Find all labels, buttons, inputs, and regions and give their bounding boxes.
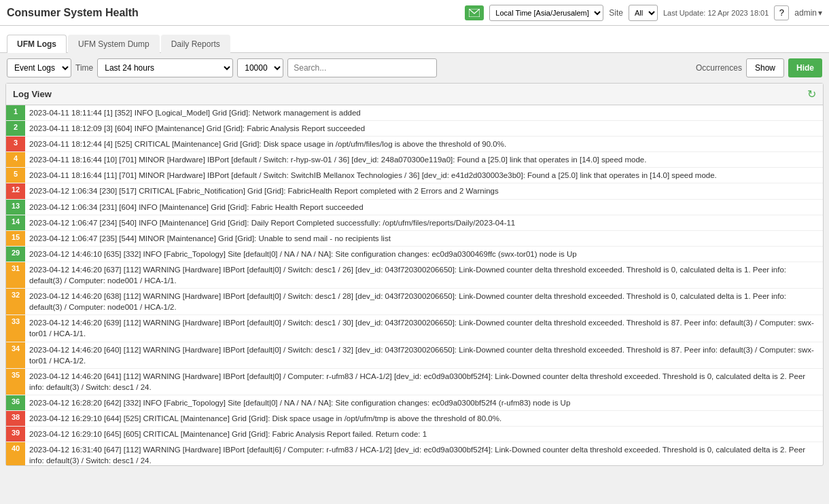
admin-menu[interactable]: admin ▾ (794, 8, 822, 18)
count-selector[interactable]: 10000 (237, 58, 283, 77)
log-row-message: 2023-04-11 18:11:44 [1] [352] INFO [Logi… (25, 105, 823, 121)
table-row: 5 2023-04-11 18:16:44 [11] [701] MINOR [… (6, 168, 823, 183)
log-row-message: 2023-04-11 18:12:44 [4] [525] CRITICAL [… (25, 137, 823, 152)
event-type-selector[interactable]: Event Logs (7, 58, 71, 77)
table-row: 14 2023-04-12 1:06:47 [234] [540] INFO [… (6, 215, 823, 230)
table-row: 35 2023-04-12 14:46:20 [641] [112] WARNI… (6, 368, 823, 395)
log-row-number: 13 (6, 199, 25, 215)
log-row-message: 2023-04-11 18:16:44 [11] [701] MINOR [Ha… (25, 168, 823, 183)
log-row-number: 3 (6, 137, 25, 152)
log-row-message: 2023-04-12 14:46:20 [638] [112] WARNING … (25, 289, 823, 315)
app-title: Consumer System Health (7, 7, 139, 19)
time-zone-selector[interactable]: Local Time [Asia/Jerusalem] (489, 5, 603, 21)
log-row-number: 12 (6, 183, 25, 199)
log-row-message: 2023-04-11 18:16:44 [10] [701] MINOR [Ha… (25, 152, 823, 168)
log-row-message: 2023-04-12 16:29:10 [644] [525] CRITICAL… (25, 410, 823, 426)
site-label: Site (609, 8, 623, 18)
log-row-number: 2 (6, 121, 25, 137)
log-table: 1 2023-04-11 18:11:44 [1] [352] INFO [Lo… (6, 105, 823, 465)
log-row-message: 2023-04-12 14:46:20 [640] [112] WARNING … (25, 342, 823, 368)
log-row-number: 1 (6, 105, 25, 121)
toolbar: Event Logs Time Last 24 hours 10000 Occu… (0, 53, 829, 83)
last-update: Last Update: 12 Apr 2023 18:01 (663, 9, 769, 17)
table-row: 40 2023-04-12 16:31:40 [647] [112] WARNI… (6, 442, 823, 465)
log-row-message: 2023-04-12 1:06:34 [231] [604] INFO [Mai… (25, 199, 823, 215)
table-row: 39 2023-04-12 16:29:10 [645] [605] CRITI… (6, 427, 823, 442)
time-range-selector[interactable]: Last 24 hours (97, 58, 233, 77)
log-row-number: 29 (6, 246, 25, 262)
log-row-message: 2023-04-12 16:29:10 [645] [605] CRITICAL… (25, 427, 823, 442)
table-row: 15 2023-04-12 1:06:47 [235] [544] MINOR … (6, 230, 823, 246)
table-row: 29 2023-04-12 14:46:10 [635] [332] INFO … (6, 246, 823, 262)
log-row-number: 36 (6, 395, 25, 410)
log-row-message: 2023-04-12 1:06:47 [234] [540] INFO [Mai… (25, 215, 823, 230)
site-selector[interactable]: All (629, 5, 658, 21)
table-row: 12 2023-04-12 1:06:34 [230] [517] CRITIC… (6, 183, 823, 199)
table-row: 32 2023-04-12 14:46:20 [638] [112] WARNI… (6, 289, 823, 315)
mail-icon (469, 9, 480, 17)
log-view-title: Log View (13, 89, 52, 99)
log-row-message: 2023-04-12 14:46:20 [641] [112] WARNING … (25, 368, 823, 395)
table-row: 31 2023-04-12 14:46:20 [637] [112] WARNI… (6, 262, 823, 288)
log-row-number: 31 (6, 262, 25, 288)
help-button[interactable]: ? (774, 5, 789, 20)
log-row-number: 39 (6, 427, 25, 442)
tab-daily-reports[interactable]: Daily Reports (161, 35, 230, 53)
log-row-message: 2023-04-12 14:46:20 [637] [112] WARNING … (25, 262, 823, 288)
table-row: 4 2023-04-11 18:16:44 [10] [701] MINOR [… (6, 152, 823, 168)
log-row-number: 34 (6, 342, 25, 368)
search-input[interactable] (287, 58, 437, 77)
hide-button[interactable]: Hide (788, 58, 822, 77)
log-row-message: 2023-04-12 1:06:34 [230] [517] CRITICAL … (25, 183, 823, 199)
table-row: 34 2023-04-12 14:46:20 [640] [112] WARNI… (6, 342, 823, 368)
log-scroll-area[interactable]: 1 2023-04-11 18:11:44 [1] [352] INFO [Lo… (6, 105, 823, 465)
time-label: Time (75, 63, 93, 73)
table-row: 2 2023-04-11 18:12:09 [3] [604] INFO [Ma… (6, 121, 823, 137)
log-view-header: Log View ↻ (6, 84, 823, 105)
log-view-container: Log View ↻ 1 2023-04-11 18:11:44 [1] [35… (5, 83, 824, 466)
log-row-number: 4 (6, 152, 25, 168)
tab-ufm-system-dump[interactable]: UFM System Dump (68, 35, 160, 53)
log-row-message: 2023-04-12 16:28:20 [642] [332] INFO [Fa… (25, 395, 823, 410)
table-row: 3 2023-04-11 18:12:44 [4] [525] CRITICAL… (6, 137, 823, 152)
log-row-number: 40 (6, 442, 25, 465)
tab-ufm-logs[interactable]: UFM Logs (7, 35, 67, 53)
occurrences-label: Occurrences (696, 63, 742, 73)
log-row-number: 14 (6, 215, 25, 230)
table-row: 1 2023-04-11 18:11:44 [1] [352] INFO [Lo… (6, 105, 823, 121)
log-row-number: 35 (6, 368, 25, 395)
table-row: 36 2023-04-12 16:28:20 [642] [332] INFO … (6, 395, 823, 410)
log-row-number: 32 (6, 289, 25, 315)
mail-button[interactable] (465, 5, 484, 20)
header: Consumer System Health Local Time [Asia/… (0, 0, 829, 26)
table-row: 33 2023-04-12 14:46:20 [639] [112] WARNI… (6, 315, 823, 342)
log-row-message: 2023-04-12 14:46:10 [635] [332] INFO [Fa… (25, 246, 823, 262)
log-row-message: 2023-04-12 16:31:40 [647] [112] WARNING … (25, 442, 823, 465)
log-row-number: 38 (6, 410, 25, 426)
log-row-number: 5 (6, 168, 25, 183)
tabs-bar: UFM Logs UFM System Dump Daily Reports (0, 26, 829, 53)
log-row-message: 2023-04-11 18:12:09 [3] [604] INFO [Main… (25, 121, 823, 137)
refresh-button[interactable]: ↻ (807, 88, 816, 101)
show-button[interactable]: Show (746, 58, 784, 77)
table-row: 38 2023-04-12 16:29:10 [644] [525] CRITI… (6, 410, 823, 426)
log-row-message: 2023-04-12 1:06:47 [235] [544] MINOR [Ma… (25, 230, 823, 246)
log-row-message: 2023-04-12 14:46:20 [639] [112] WARNING … (25, 315, 823, 342)
log-row-number: 15 (6, 230, 25, 246)
table-row: 13 2023-04-12 1:06:34 [231] [604] INFO [… (6, 199, 823, 215)
log-row-number: 33 (6, 315, 25, 342)
